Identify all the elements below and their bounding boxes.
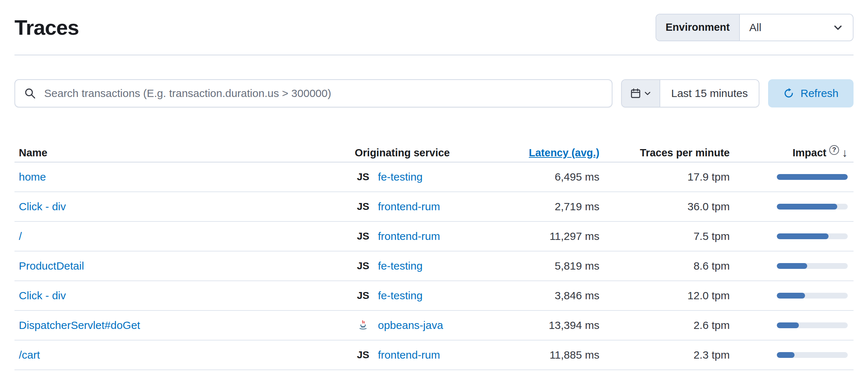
impact-bar-fill	[777, 204, 837, 210]
latency-value: 13,394 ms	[481, 319, 604, 331]
service-cell: JS frontend-rum	[350, 230, 481, 242]
impact-cell	[734, 293, 854, 299]
tpm-value: 17.9 tpm	[604, 171, 734, 183]
latency-value: 11,297 ms	[481, 230, 604, 242]
refresh-label: Refresh	[800, 87, 838, 100]
js-agent-icon: JS	[355, 201, 371, 212]
tpm-value: 8.6 tpm	[604, 260, 734, 272]
transaction-link[interactable]: /	[19, 230, 22, 242]
java-agent-icon	[355, 320, 371, 331]
name-cell: Click - div	[14, 289, 350, 302]
service-link[interactable]: fe-testing	[378, 289, 422, 302]
service-link[interactable]: frontend-rum	[378, 230, 440, 242]
service-cell: opbeans-java	[350, 319, 481, 331]
column-header-tpm: Traces per minute	[604, 147, 734, 159]
search-input[interactable]	[43, 87, 603, 100]
transaction-link[interactable]: Click - div	[19, 200, 66, 212]
environment-label: Environment	[656, 14, 740, 41]
impact-bar	[777, 233, 848, 239]
question-icon[interactable]: ?	[829, 145, 839, 155]
name-cell: DispatcherServlet#doGet	[14, 319, 350, 331]
table-row: ProductDetail JS fe-testing 5,819 ms 8.6…	[14, 251, 854, 281]
name-cell: /cart	[14, 349, 350, 361]
js-agent-icon: JS	[355, 290, 371, 301]
column-header-service: Originating service	[350, 147, 481, 159]
impact-bar	[777, 352, 848, 358]
refresh-button[interactable]: Refresh	[768, 79, 854, 107]
page-title: Traces	[14, 15, 79, 39]
service-cell: JS fe-testing	[350, 171, 481, 183]
impact-bar-fill	[777, 293, 805, 299]
table-row: home JS fe-testing 6,495 ms 17.9 tpm	[14, 162, 854, 192]
table-row: DispatcherServlet#doGet opbeans-java 13,…	[14, 311, 854, 341]
traces-page: Traces Environment All	[0, 0, 868, 370]
impact-bar-fill	[777, 263, 807, 269]
table-row: Click - div JS frontend-rum 2,719 ms 36.…	[14, 192, 854, 222]
transaction-link[interactable]: home	[19, 171, 46, 183]
environment-value-select[interactable]: All	[740, 14, 853, 41]
impact-cell	[734, 174, 854, 180]
impact-bar-fill	[777, 233, 829, 239]
service-cell: JS fe-testing	[350, 289, 481, 302]
date-range-value[interactable]: Last 15 minutes	[660, 80, 759, 107]
tpm-value: 12.0 tpm	[604, 289, 734, 302]
transaction-link[interactable]: ProductDetail	[19, 260, 84, 272]
tpm-value: 36.0 tpm	[604, 200, 734, 213]
latency-value: 3,846 ms	[481, 289, 604, 302]
sort-down-icon: ↓	[842, 147, 848, 158]
impact-cell	[734, 233, 854, 239]
name-cell: /	[14, 230, 350, 242]
impact-cell	[734, 352, 854, 358]
service-cell: JS frontend-rum	[350, 349, 481, 361]
column-header-impact[interactable]: Impact ? ↓	[734, 147, 854, 159]
impact-bar-fill	[777, 352, 795, 358]
transaction-link[interactable]: Click - div	[19, 289, 66, 301]
column-header-name: Name	[14, 147, 350, 159]
table-row: / JS frontend-rum 11,297 ms 7.5 tpm	[14, 222, 854, 251]
js-agent-icon: JS	[355, 349, 371, 361]
search-icon	[24, 87, 36, 100]
page-header: Traces Environment All	[14, 0, 854, 55]
impact-cell	[734, 322, 854, 328]
impact-bar	[777, 322, 848, 328]
tpm-value: 2.6 tpm	[604, 319, 734, 331]
service-link[interactable]: fe-testing	[378, 171, 422, 183]
impact-header-label: Impact	[793, 147, 826, 159]
service-link[interactable]: frontend-rum	[378, 200, 440, 213]
table-row: /cart JS frontend-rum 11,885 ms 2.3 tpm	[14, 341, 854, 370]
transaction-link[interactable]: /cart	[19, 349, 40, 361]
table-body: home JS fe-testing 6,495 ms 17.9 tpm Cli…	[14, 162, 854, 370]
latency-value: 5,819 ms	[481, 260, 604, 272]
impact-bar	[777, 204, 848, 210]
latency-value: 6,495 ms	[481, 171, 604, 183]
latency-value: 2,719 ms	[481, 200, 604, 213]
environment-select[interactable]: Environment All	[656, 14, 854, 41]
service-link[interactable]: opbeans-java	[378, 319, 443, 331]
impact-bar-fill	[777, 174, 848, 180]
transaction-link[interactable]: DispatcherServlet#doGet	[19, 319, 140, 331]
service-link[interactable]: fe-testing	[378, 260, 422, 272]
name-cell: ProductDetail	[14, 260, 350, 272]
date-quick-select-button[interactable]	[622, 80, 660, 107]
column-header-latency[interactable]: Latency (avg.)	[481, 147, 604, 159]
impact-bar	[777, 174, 848, 180]
date-picker[interactable]: Last 15 minutes	[621, 79, 759, 107]
js-agent-icon: JS	[355, 260, 371, 272]
js-agent-icon: JS	[355, 231, 371, 242]
chevron-down-icon	[833, 22, 843, 33]
controls-bar: Last 15 minutes Refresh	[14, 79, 854, 107]
tpm-value: 2.3 tpm	[604, 349, 734, 361]
traces-table: Name Originating service Latency (avg.) …	[14, 144, 854, 370]
service-cell: JS frontend-rum	[350, 200, 481, 213]
tpm-value: 7.5 tpm	[604, 230, 734, 242]
environment-selected-value: All	[749, 21, 761, 34]
service-link[interactable]: frontend-rum	[378, 349, 440, 361]
latency-sort-link[interactable]: Latency (avg.)	[529, 147, 599, 158]
search-box[interactable]	[14, 79, 612, 107]
impact-bar	[777, 263, 848, 269]
js-agent-icon: JS	[355, 171, 371, 183]
impact-cell	[734, 204, 854, 210]
chevron-down-icon	[644, 89, 652, 97]
name-cell: home	[14, 171, 350, 183]
impact-bar-fill	[777, 322, 799, 328]
